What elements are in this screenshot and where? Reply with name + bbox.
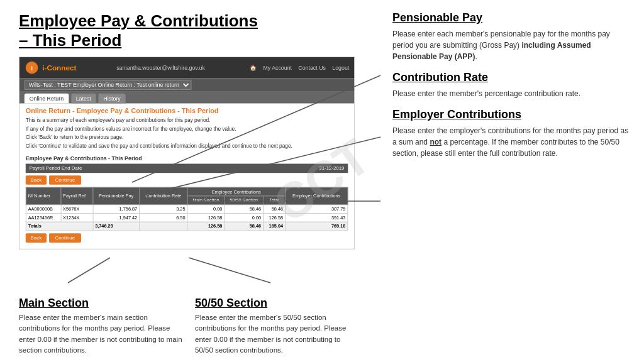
tab-online-return[interactable]: Online Return — [25, 94, 69, 104]
main-section-text: Please enter the member's main section c… — [19, 312, 182, 356]
totals-row: Totals 3,746.29 126.58 58.46 185.04 769.… — [26, 222, 348, 231]
cell-ni: AA123456R — [26, 213, 60, 222]
back-button-bottom[interactable]: Back — [26, 233, 47, 243]
header-email: samantha.wooster@wiltshire.gov.uk — [116, 65, 205, 71]
tab-latest[interactable]: Latest — [71, 94, 96, 104]
cell-ref: X1234X — [61, 213, 93, 222]
table-row: AA123456R X1234X 1,947.42 6.50 126.58 0.… — [26, 213, 348, 222]
cell-main-section[interactable]: 0.00 — [187, 205, 225, 214]
back-button-top[interactable]: Back — [26, 175, 47, 185]
period-label: Employee Pay & Contributions - This Peri… — [26, 155, 348, 162]
cell-ni: AA000000B — [26, 205, 60, 214]
employer-contributions-title: Employer Contributions — [392, 108, 631, 121]
cell-main-section[interactable]: 126.58 — [187, 213, 225, 222]
cell-contrib-rate[interactable]: 3.25 — [140, 205, 187, 214]
btn-row-top: Back Continue — [26, 175, 348, 185]
continue-button-bottom[interactable]: Continue — [49, 233, 81, 243]
cell-fifty-fifty[interactable]: 58.46 — [225, 205, 264, 214]
totals-label: Totals — [26, 222, 92, 231]
cell-employer[interactable]: 391.43 — [286, 213, 348, 222]
cell-total: 58.46 — [264, 205, 286, 214]
bottom-labels: Main Section Please enter the member's m… — [19, 297, 371, 356]
cell-ref: X5676X — [61, 205, 93, 214]
th-payroll-ref: Payroll Ref — [61, 187, 93, 204]
period-section: Employee Pay & Contributions - This Peri… — [26, 155, 348, 243]
fifty-fifty-block: 50/50 Section Please enter the member's … — [195, 297, 358, 356]
cell-pensionable-pay[interactable]: 1,756.87 — [93, 205, 140, 214]
th-fifty-fifty: 50/50 Section — [225, 196, 264, 205]
right-column: Pensionable Pay Please enter each member… — [380, 0, 644, 174]
totals-pensionable-pay: 3,746.29 — [93, 222, 140, 231]
pensionable-pay-title: Pensionable Pay — [392, 11, 631, 25]
main-section-block: Main Section Please enter the member's m… — [19, 297, 182, 356]
cell-total: 126.58 — [264, 213, 286, 222]
totals-employer: 769.18 — [286, 222, 348, 231]
th-employer-contributions: Employer Contributions — [286, 187, 348, 204]
fifty-fifty-title: 50/50 Section — [195, 297, 358, 310]
th-main-section: Main Section — [187, 196, 225, 205]
app-logo: i i-Connect — [25, 60, 77, 75]
fifty-fifty-text: Please enter the member's 50/50 section … — [195, 312, 358, 356]
main-section-title: Main Section — [19, 297, 182, 310]
period-bar: Payroll Period End Date 31-12-2019 — [26, 163, 348, 173]
contribution-rate-title: Contribution Rate — [392, 71, 631, 84]
totals-fifty-fifty: 58.46 — [225, 222, 264, 231]
th-total: Total — [264, 196, 286, 205]
pensionable-pay-text: Please enter each member's pensionable p… — [392, 28, 631, 62]
btn-row-bottom: Back Continue — [26, 233, 348, 243]
desc4: Click 'Continue' to validate and save th… — [26, 143, 348, 150]
employer-contributions-text: Please enter the employer's contribution… — [392, 125, 631, 159]
cell-fifty-fifty[interactable]: 0.00 — [225, 213, 264, 222]
tabs-bar: Online Return Latest History — [19, 92, 354, 104]
desc3: Click 'Back' to return to the previous p… — [26, 134, 348, 142]
page-content: Online Return - Employee Pay & Contribut… — [19, 104, 354, 249]
contribution-rate-text: Please enter the member's percentage con… — [392, 88, 631, 99]
svg-text:i: i — [31, 65, 33, 72]
screenshot-box: i i-Connect samantha.wooster@wiltshire.g… — [19, 57, 355, 249]
tab-history[interactable]: History — [98, 94, 125, 104]
content-page-title: Online Return - Employee Pay & Contribut… — [26, 107, 348, 115]
totals-main-section: 126.58 — [187, 222, 225, 231]
logo-icon: i — [25, 60, 40, 75]
nav-links[interactable]: 🏠 My Account Contact Us Logout — [245, 65, 350, 71]
th-employee-contributions: Employee Contributions — [187, 187, 286, 196]
table-row: AA000000B X5676X 1,756.87 3.25 0.00 58.4… — [26, 205, 348, 214]
th-ni: NI Number — [26, 187, 60, 204]
th-pensionable-pay: Pensionable Pay — [93, 187, 140, 204]
continue-button-top[interactable]: Continue — [49, 175, 81, 185]
totals-total: 185.04 — [264, 222, 286, 231]
desc2: If any of the pay and contributions valu… — [26, 126, 348, 133]
th-contribution-rate: Contribution Rate — [140, 187, 187, 204]
subheader: Wilts-Test : TEST Employer Online Return… — [19, 79, 354, 92]
employer-select[interactable]: Wilts-Test : TEST Employer Online Return… — [25, 80, 192, 90]
cell-contrib-rate[interactable]: 6.50 — [140, 213, 187, 222]
app-header: i i-Connect samantha.wooster@wiltshire.g… — [19, 57, 354, 78]
page-title: Employee Pay & Contributions – This Peri… — [19, 11, 352, 50]
desc1: This is a summary of each employee's pay… — [26, 117, 348, 124]
cell-employer[interactable]: 307.75 — [286, 205, 348, 214]
cell-pensionable-pay[interactable]: 1,947.42 — [93, 213, 140, 222]
contributions-table: NI Number Payroll Ref Pensionable Pay Co… — [26, 187, 348, 231]
